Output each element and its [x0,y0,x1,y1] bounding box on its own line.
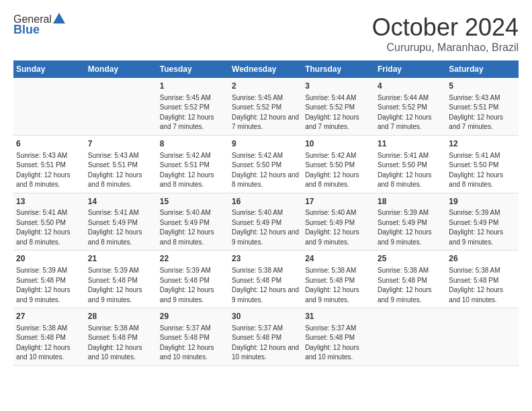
calendar-cell: 3Sunrise: 5:44 AM Sunset: 5:52 PM Daylig… [302,78,375,135]
day-number: 4 [378,81,443,92]
day-number: 29 [160,311,226,322]
calendar-cell: 31Sunrise: 5:37 AM Sunset: 5:48 PM Dayli… [302,308,375,366]
cell-info: Sunrise: 5:41 AM Sunset: 5:49 PM Dayligh… [88,208,154,247]
day-number: 26 [449,253,516,265]
cell-info: Sunrise: 5:41 AM Sunset: 5:50 PM Dayligh… [378,151,443,190]
day-of-week-header: Sunday [13,60,85,78]
day-number: 5 [449,81,516,92]
cell-info: Sunrise: 5:38 AM Sunset: 5:48 PM Dayligh… [305,266,372,305]
calendar-cell: 23Sunrise: 5:38 AM Sunset: 5:48 PM Dayli… [229,250,302,308]
cell-info: Sunrise: 5:42 AM Sunset: 5:50 PM Dayligh… [305,151,372,190]
day-number: 3 [305,81,372,92]
cell-info: Sunrise: 5:43 AM Sunset: 5:51 PM Dayligh… [449,93,516,132]
calendar-cell: 17Sunrise: 5:40 AM Sunset: 5:49 PM Dayli… [302,193,375,250]
cell-info: Sunrise: 5:38 AM Sunset: 5:48 PM Dayligh… [378,266,443,305]
day-number: 27 [16,311,83,322]
cell-info: Sunrise: 5:45 AM Sunset: 5:52 PM Dayligh… [160,93,226,132]
day-number: 23 [232,253,300,265]
day-number: 12 [449,138,516,150]
calendar-cell: 29Sunrise: 5:37 AM Sunset: 5:48 PM Dayli… [157,308,229,366]
location-title: Cururupu, Maranhao, Brazil [372,42,519,54]
calendar-cell: 15Sunrise: 5:40 AM Sunset: 5:49 PM Dayli… [157,193,229,250]
cell-info: Sunrise: 5:42 AM Sunset: 5:51 PM Dayligh… [160,151,226,190]
cell-info: Sunrise: 5:38 AM Sunset: 5:48 PM Dayligh… [88,324,154,363]
day-of-week-header: Thursday [302,60,375,78]
cell-info: Sunrise: 5:39 AM Sunset: 5:48 PM Dayligh… [88,266,154,305]
day-number: 18 [378,196,443,208]
calendar-week-row: 13Sunrise: 5:41 AM Sunset: 5:50 PM Dayli… [13,193,519,250]
day-number: 8 [160,138,226,150]
calendar-header-row: SundayMondayTuesdayWednesdayThursdayFrid… [13,60,519,78]
calendar-cell: 6Sunrise: 5:43 AM Sunset: 5:51 PM Daylig… [13,135,85,193]
day-number: 16 [232,196,300,208]
calendar-cell [13,78,85,135]
day-number: 14 [88,196,154,208]
cell-info: Sunrise: 5:45 AM Sunset: 5:52 PM Dayligh… [232,93,300,132]
calendar-table: SundayMondayTuesdayWednesdayThursdayFrid… [13,60,519,366]
day-number: 1 [160,81,226,92]
day-of-week-header: Saturday [446,60,519,78]
day-number: 21 [88,253,154,265]
calendar-cell: 5Sunrise: 5:43 AM Sunset: 5:51 PM Daylig… [446,78,519,135]
cell-info: Sunrise: 5:39 AM Sunset: 5:48 PM Dayligh… [16,266,83,305]
calendar-cell: 19Sunrise: 5:39 AM Sunset: 5:49 PM Dayli… [446,193,519,250]
cell-info: Sunrise: 5:39 AM Sunset: 5:48 PM Dayligh… [160,266,226,305]
calendar-cell: 25Sunrise: 5:38 AM Sunset: 5:48 PM Dayli… [375,250,446,308]
cell-info: Sunrise: 5:41 AM Sunset: 5:50 PM Dayligh… [16,208,83,247]
cell-info: Sunrise: 5:42 AM Sunset: 5:50 PM Dayligh… [232,151,300,190]
day-number: 2 [232,81,300,92]
calendar-week-row: 1Sunrise: 5:45 AM Sunset: 5:52 PM Daylig… [13,78,519,135]
day-number: 10 [305,138,372,150]
cell-info: Sunrise: 5:40 AM Sunset: 5:49 PM Dayligh… [232,208,300,247]
cell-info: Sunrise: 5:39 AM Sunset: 5:49 PM Dayligh… [378,208,443,247]
calendar-cell: 9Sunrise: 5:42 AM Sunset: 5:50 PM Daylig… [229,135,302,193]
day-number: 9 [232,138,300,150]
day-number: 15 [160,196,226,208]
calendar-cell: 26Sunrise: 5:38 AM Sunset: 5:48 PM Dayli… [446,250,519,308]
calendar-cell: 10Sunrise: 5:42 AM Sunset: 5:50 PM Dayli… [302,135,375,193]
day-number: 19 [449,196,516,208]
day-number: 22 [160,253,226,265]
calendar-cell: 11Sunrise: 5:41 AM Sunset: 5:50 PM Dayli… [375,135,446,193]
cell-info: Sunrise: 5:40 AM Sunset: 5:49 PM Dayligh… [305,208,372,247]
calendar-cell: 21Sunrise: 5:39 AM Sunset: 5:48 PM Dayli… [85,250,157,308]
calendar-cell [375,308,446,366]
calendar-week-row: 6Sunrise: 5:43 AM Sunset: 5:51 PM Daylig… [13,135,519,193]
logo-bird-icon [53,13,65,24]
day-of-week-header: Tuesday [157,60,229,78]
calendar-cell: 27Sunrise: 5:38 AM Sunset: 5:48 PM Dayli… [13,308,85,366]
calendar-cell: 8Sunrise: 5:42 AM Sunset: 5:51 PM Daylig… [157,135,229,193]
calendar-cell: 18Sunrise: 5:39 AM Sunset: 5:49 PM Dayli… [375,193,446,250]
calendar-cell: 7Sunrise: 5:43 AM Sunset: 5:51 PM Daylig… [85,135,157,193]
day-number: 7 [88,138,154,150]
calendar-cell [85,78,157,135]
day-of-week-header: Wednesday [229,60,302,78]
day-number: 25 [378,253,443,265]
day-number: 28 [88,311,154,322]
cell-info: Sunrise: 5:39 AM Sunset: 5:49 PM Dayligh… [449,208,516,247]
day-number: 17 [305,196,372,208]
day-number: 13 [16,196,83,208]
day-number: 24 [305,253,372,265]
cell-info: Sunrise: 5:38 AM Sunset: 5:48 PM Dayligh… [16,324,83,363]
calendar-cell [446,308,519,366]
day-number: 11 [378,138,443,150]
calendar-cell: 1Sunrise: 5:45 AM Sunset: 5:52 PM Daylig… [157,78,229,135]
calendar-cell: 20Sunrise: 5:39 AM Sunset: 5:48 PM Dayli… [13,250,85,308]
cell-info: Sunrise: 5:44 AM Sunset: 5:52 PM Dayligh… [378,93,443,132]
calendar-cell: 14Sunrise: 5:41 AM Sunset: 5:49 PM Dayli… [85,193,157,250]
calendar-cell: 2Sunrise: 5:45 AM Sunset: 5:52 PM Daylig… [229,78,302,135]
page-header: General Blue October 2024 Cururupu, Mara… [13,13,519,54]
calendar-week-row: 20Sunrise: 5:39 AM Sunset: 5:48 PM Dayli… [13,250,519,308]
calendar-cell: 30Sunrise: 5:37 AM Sunset: 5:48 PM Dayli… [229,308,302,366]
cell-info: Sunrise: 5:38 AM Sunset: 5:48 PM Dayligh… [449,266,516,305]
cell-info: Sunrise: 5:37 AM Sunset: 5:48 PM Dayligh… [160,324,226,363]
cell-info: Sunrise: 5:43 AM Sunset: 5:51 PM Dayligh… [88,151,154,190]
title-block: October 2024 Cururupu, Maranhao, Brazil [372,13,519,54]
logo-blue-text: Blue [13,23,40,37]
day-number: 31 [305,311,372,322]
cell-info: Sunrise: 5:41 AM Sunset: 5:50 PM Dayligh… [449,151,516,190]
calendar-cell: 4Sunrise: 5:44 AM Sunset: 5:52 PM Daylig… [375,78,446,135]
day-number: 30 [232,311,300,322]
calendar-cell: 22Sunrise: 5:39 AM Sunset: 5:48 PM Dayli… [157,250,229,308]
